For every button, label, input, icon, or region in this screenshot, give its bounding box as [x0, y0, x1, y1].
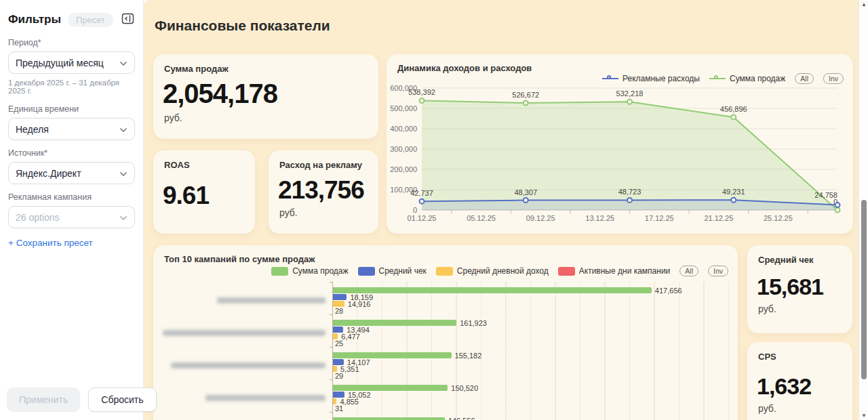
- svg-text:532,218: 532,218: [616, 89, 644, 98]
- svg-text:0: 0: [413, 206, 417, 214]
- kpi-value: 213,756: [278, 177, 364, 203]
- kpi-card-roas: ROAS 9.61: [153, 150, 255, 234]
- chevron-down-icon: [119, 212, 127, 223]
- legend-button-inv[interactable]: Inv: [823, 73, 844, 84]
- legend-label: Рекламные расходы: [623, 74, 700, 83]
- svg-text:526,672: 526,672: [512, 91, 539, 99]
- kpi-value: 2,054,178: [163, 80, 277, 107]
- svg-text:200,000: 200,000: [390, 165, 417, 173]
- scroll-down-arrow-icon[interactable]: ▼: [859, 413, 868, 419]
- svg-text:05.12.25: 05.12.25: [467, 214, 496, 222]
- dashboard-main: Финансовые показатели Сумма продаж 2,054…: [144, 0, 859, 420]
- source-select[interactable]: Яндекс.Директ: [8, 162, 135, 184]
- bar-segment: [333, 301, 344, 307]
- axis-tick: [330, 282, 332, 282]
- sidebar-title: Фильтры: [8, 13, 61, 26]
- bar-value-label: 146,556: [448, 417, 475, 420]
- vertical-scrollbar: ▲ ▼: [859, 0, 868, 420]
- kpi-unit: руб.: [279, 207, 298, 218]
- bar-value-label: 28: [335, 308, 343, 314]
- legend-ring: [714, 75, 718, 79]
- bar-value-label: 5,351: [340, 366, 359, 373]
- bar-segment: [333, 398, 336, 404]
- bar-value-label: 417,656: [655, 287, 682, 294]
- line-chart-card: Динамика доходов и расходов 0100,000200,…: [387, 54, 853, 234]
- bar-value-label: 161,923: [460, 320, 487, 327]
- kpi-label: ROAS: [164, 160, 190, 170]
- kpi-label: Средний чек: [758, 255, 814, 265]
- bar-value-label: 29: [335, 373, 343, 379]
- preset-badge: Пресет: [68, 13, 113, 27]
- legend-line-icon: [709, 75, 726, 82]
- legend-button-all[interactable]: All: [795, 73, 814, 84]
- campaign-name-masked: [153, 392, 326, 404]
- svg-text:538,392: 538,392: [408, 88, 435, 96]
- svg-text:400,000: 400,000: [390, 125, 417, 133]
- legend-item-Сумма продаж[interactable]: Сумма продаж: [709, 74, 785, 83]
- masked-text: [171, 362, 326, 369]
- bar-value-label: 25: [335, 340, 343, 347]
- chevron-down-icon: [119, 124, 127, 135]
- bar-chart-card: Топ 10 кампаний по сумме продаж Сумма пр…: [153, 245, 738, 420]
- svg-text:456,896: 456,896: [720, 105, 747, 113]
- svg-text:21.12.25: 21.12.25: [704, 214, 733, 222]
- kpi-unit: руб.: [758, 303, 776, 314]
- bar-segment: [333, 392, 344, 398]
- bar-value-label: 150,520: [451, 385, 478, 392]
- svg-text:01.12.25: 01.12.25: [408, 214, 437, 222]
- kpi-card-sales-sum: Сумма продаж 2,054,178 руб.: [153, 54, 378, 139]
- legend-item-Рекламные расходы[interactable]: Рекламные расходы: [602, 74, 700, 83]
- kpi-value: 15,681: [757, 275, 823, 298]
- bar-segment: [333, 417, 445, 420]
- svg-text:49,231: 49,231: [722, 188, 745, 196]
- legend-label: Сумма продаж: [730, 74, 785, 83]
- source-label: Источник*: [8, 148, 135, 158]
- bar-value-label: 6,477: [341, 333, 360, 340]
- masked-text: [163, 330, 326, 336]
- svg-text:09.12.25: 09.12.25: [526, 214, 555, 222]
- campaign-select[interactable]: 26 options: [8, 206, 135, 228]
- bar-segment: [333, 320, 456, 326]
- kpi-card-cps: CPS 1,632 руб.: [747, 342, 852, 420]
- kpi-card-ad-spend: Расход на рекламу 213,756 руб.: [269, 150, 378, 234]
- bar-segment: [333, 327, 343, 333]
- kpi-unit: руб.: [758, 403, 776, 414]
- time-unit-label: Единица времени: [8, 104, 135, 114]
- masked-text: [205, 395, 326, 401]
- kpi-unit: руб.: [164, 112, 182, 123]
- axis-tick: [330, 314, 332, 315]
- sidebar-collapse-button[interactable]: [120, 11, 136, 28]
- axis-tick: [330, 347, 332, 348]
- campaign-name-masked: [153, 327, 326, 339]
- svg-text:17.12.25: 17.12.25: [645, 214, 674, 222]
- bar-gridlines: [332, 282, 729, 420]
- bar-segment: [333, 385, 448, 391]
- period-select[interactable]: Предыдущий месяц: [8, 51, 135, 74]
- time-unit-select[interactable]: Неделя: [8, 118, 135, 140]
- apply-button[interactable]: Применить: [7, 387, 80, 412]
- kpi-label: Сумма продаж: [164, 64, 229, 74]
- page-title: Финансовые показатели: [155, 18, 330, 34]
- bar-segment: [333, 352, 452, 358]
- campaign-name-masked: [153, 294, 326, 306]
- legend-line-icon: [602, 75, 618, 82]
- bar-segment: [333, 287, 652, 293]
- reset-button[interactable]: Сбросить: [88, 387, 156, 412]
- panel-collapse-icon: [121, 12, 134, 27]
- line-chart-legend: Рекламные расходыСумма продажAllInv: [602, 73, 844, 84]
- kpi-label: CPS: [758, 352, 776, 362]
- scrollbar-thumb[interactable]: [861, 200, 867, 379]
- bar-value-label: 14,916: [348, 301, 371, 308]
- svg-text:13.12.25: 13.12.25: [585, 214, 614, 222]
- campaign-label: Рекламная кампания: [8, 192, 135, 202]
- chevron-down-icon: [119, 58, 127, 68]
- svg-text:300,000: 300,000: [390, 145, 417, 153]
- bar-segment: [333, 359, 344, 365]
- scroll-up-arrow-icon[interactable]: ▲: [859, 1, 868, 7]
- save-preset-link[interactable]: + Сохранить пресет: [8, 238, 93, 248]
- svg-text:25.12.25: 25.12.25: [764, 214, 793, 222]
- masked-text: [217, 297, 326, 303]
- svg-text:48,723: 48,723: [618, 188, 642, 196]
- axis-tick: [330, 379, 332, 380]
- bar-segment: [333, 333, 338, 339]
